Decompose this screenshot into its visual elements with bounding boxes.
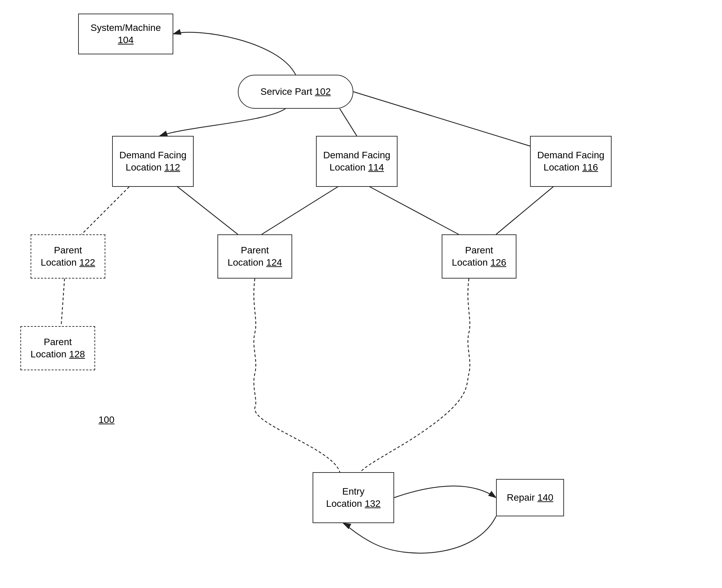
node-repair-140-label: Repair 140 [507,492,553,504]
node-demand-116-label: Demand FacingLocation 116 [537,149,604,174]
node-parent-124: ParentLocation 124 [217,234,292,279]
node-demand-114: Demand FacingLocation 114 [316,136,398,187]
node-system-machine: System/Machine 104 [78,14,173,54]
node-repair-140: Repair 140 [496,479,564,516]
node-system-machine-label: System/Machine [91,22,161,34]
node-entry-132-label: EntryLocation 132 [326,485,381,510]
node-system-machine-number: 104 [118,34,134,46]
node-parent-122: ParentLocation 122 [31,234,105,279]
node-service-part-label: Service Part 102 [261,86,331,98]
svg-line-8 [364,183,459,234]
node-demand-116: Demand FacingLocation 116 [530,136,612,187]
svg-line-2 [340,109,357,136]
node-parent-128-label: ParentLocation 128 [31,336,85,361]
node-parent-128: ParentLocation 128 [20,326,95,370]
node-parent-126-label: ParentLocation 126 [452,244,506,269]
svg-line-6 [262,183,343,234]
node-demand-112-label: Demand FacingLocation 112 [119,149,187,174]
node-demand-112: Demand FacingLocation 112 [112,136,194,187]
svg-line-4 [82,183,133,234]
svg-line-9 [61,279,65,326]
svg-line-7 [496,183,557,234]
node-demand-114-label: Demand FacingLocation 114 [323,149,390,174]
svg-line-5 [173,183,238,234]
node-service-part: Service Part 102 [238,75,353,109]
label-100: 100 [99,414,115,425]
node-parent-124-label: ParentLocation 124 [228,244,282,269]
node-entry-132: EntryLocation 132 [313,472,394,523]
diagram: System/Machine 104 Service Part 102 Dema… [0,0,722,588]
node-parent-122-label: ParentLocation 122 [41,244,95,269]
node-parent-126: ParentLocation 126 [442,234,516,279]
